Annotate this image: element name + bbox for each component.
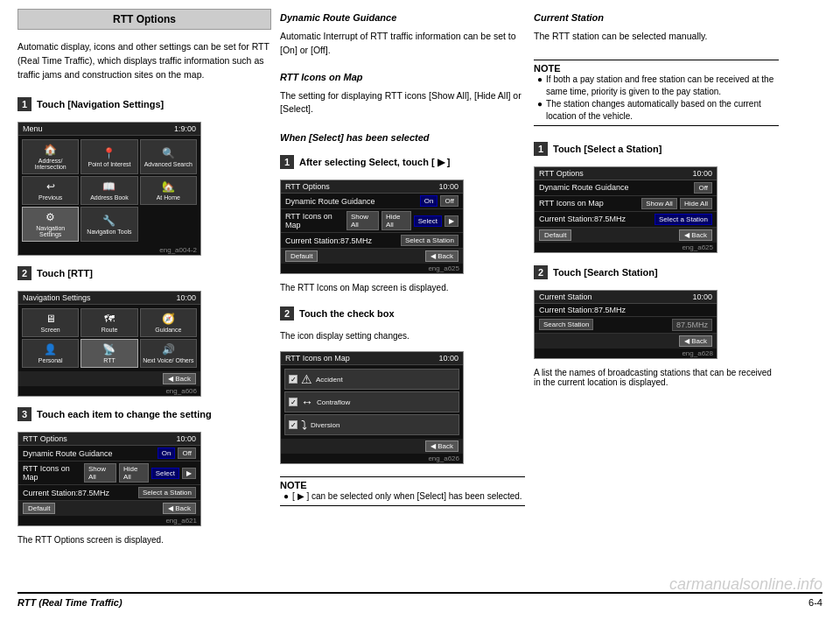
rtt-row-icons-col2: RTT Icons on Map Show All Hide All Selec… <box>281 209 463 233</box>
settings-screen-time: 10:00 <box>176 293 196 302</box>
watermark: carmanualsonline.info <box>669 575 822 594</box>
current-station-title: Current Station <box>539 292 592 301</box>
settings-personal[interactable]: 👤 Personal <box>22 339 79 368</box>
rtt-row-dynamic-col3: Dynamic Route Guidance Off <box>535 180 717 196</box>
rtt-dynamic-btns-col1: On Off <box>158 447 196 459</box>
heading-current: Current Station <box>534 12 779 23</box>
col2-step1-label: After selecting Select, touch [ ▶ ] <box>299 157 450 168</box>
col2-step1-num: 1 <box>280 155 294 169</box>
rtt-map-contraflow: ✓ ↔ Contraflow <box>284 391 459 412</box>
accident-checkbox[interactable]: ✓ <box>289 375 298 384</box>
settings-rtt[interactable]: 📡 RTT <box>80 339 137 368</box>
settings-screen[interactable]: 🖥 Screen <box>22 308 79 337</box>
col3-note-bullet2: ● The station changes automatically base… <box>537 98 779 123</box>
nav-screen-grid: 🏠 Address/ Intersection 📍 Point of Inter… <box>18 136 200 245</box>
nav-item-address[interactable]: 🏠 Address/ Intersection <box>22 139 79 174</box>
rtt-screen-footer-col2: Default ◀ Back <box>281 249 463 264</box>
previous-icon: ↩ <box>46 180 55 193</box>
col2-step2-header: 2 Touch the check box <box>280 306 525 321</box>
rtt-on-btn-col1[interactable]: On <box>158 447 176 459</box>
rtt-default-btn-col1[interactable]: Default <box>23 503 55 514</box>
text-rtt-icons: The setting for displaying RTT icons [Sh… <box>280 89 525 117</box>
rtt-screen-header-col2: RTT Options 10:00 <box>281 180 463 194</box>
section-title: RTT Options <box>18 9 271 30</box>
rtt-select-btn-col2[interactable]: Select <box>414 215 442 227</box>
rtt-screen-footer-col1: Default ◀ Back <box>18 501 200 516</box>
rtt-select-station-col3[interactable]: Select a Station <box>654 214 712 225</box>
col1-caption: The RTT Options screen is displayed. <box>18 535 271 545</box>
diversion-checkbox[interactable]: ✓ <box>289 420 298 429</box>
rtt-showall-btn-col1[interactable]: Show All <box>84 463 116 483</box>
rtt-default-btn-col2[interactable]: Default <box>285 250 318 262</box>
nav-screen-time: 1:9:00 <box>174 124 196 133</box>
rtt-default-btn-col3[interactable]: Default <box>539 229 571 241</box>
rtt-back-btn-col2[interactable]: ◀ Back <box>425 250 458 262</box>
rtt-hideall-btn-col3[interactable]: Hide All <box>680 198 712 209</box>
col2-note-text1: [ ▶ ] can be selected only when [Select]… <box>292 490 522 503</box>
col3-caption: A list the names of broadcasting station… <box>534 368 779 387</box>
rtt-station-label-col3: Current Station:87.5MHz <box>539 215 626 223</box>
rtt-off-btn-col3[interactable]: Off <box>694 182 712 194</box>
nav-item-navsettings[interactable]: ⚙ Navigation Settings <box>22 207 79 242</box>
step1-label: Touch [Navigation Settings] <box>37 99 164 109</box>
contraflow-label: Contraflow <box>317 398 350 406</box>
rtt-back-btn-col3[interactable]: ◀ Back <box>679 229 712 241</box>
rtt-row-icons-col1: RTT Icons on Map Show All Hide All Selec… <box>18 461 200 485</box>
rtt-showall-btn-col3[interactable]: Show All <box>641 198 677 209</box>
rtt-off-btn-col1[interactable]: Off <box>178 447 196 459</box>
rtt-hideall-btn-col2[interactable]: Hide All <box>382 211 411 230</box>
rtt-showall-btn-col2[interactable]: Show All <box>346 211 379 230</box>
settings-back-btn[interactable]: ◀ Back <box>163 373 196 384</box>
col3-note-title: NOTE <box>534 63 561 74</box>
settings-screen-footer: ◀ Back <box>18 371 200 386</box>
rtt-off-btn-col2[interactable]: Off <box>440 195 458 207</box>
rtt-select-station-col2[interactable]: Select a Station <box>401 235 458 246</box>
text-dynamic: Automatic Interrupt of RTT traffic infor… <box>280 30 525 58</box>
current-station-back-btn[interactable]: ◀ Back <box>679 335 712 347</box>
intro-text: Automatic display, icons and other setti… <box>18 40 271 81</box>
current-station-header: Current Station 10:00 <box>535 291 717 304</box>
rtt-select-btn-col1[interactable]: Select <box>151 468 179 479</box>
rtt-dynamic-label-col2: Dynamic Route Guidance <box>285 197 375 206</box>
step3-label: Touch each item to change the setting <box>37 409 212 419</box>
rtt-arrow-btn-col1[interactable]: ▶ <box>182 468 196 479</box>
nav-settings-screen: Navigation Settings 10:00 🖥 Screen 🗺 Rou… <box>18 291 201 397</box>
screen-icon: 🖥 <box>46 313 56 325</box>
rtt-screen-time-col2: 10:00 <box>438 182 458 191</box>
settings-nextvoice[interactable]: 🔊 Next Voice/ Others <box>140 339 197 368</box>
contraflow-checkbox[interactable]: ✓ <box>289 398 298 406</box>
eng-label-7: eng_a628 <box>535 349 717 358</box>
rtt-on-btn-col2[interactable]: On <box>420 195 438 207</box>
rtt-back-btn-col1[interactable]: ◀ Back <box>163 503 196 514</box>
col3-step2-header: 2 Touch [Search Station] <box>534 265 779 279</box>
rtt-station-label-col1: Current Station:87.5MHz <box>23 489 109 497</box>
rtt-select-station-col1[interactable]: Select a Station <box>138 487 196 498</box>
text-current: The RTT station can be selected manually… <box>534 30 779 44</box>
nav-item-addressbook[interactable]: 📖 Address Book <box>80 176 137 205</box>
nav-item-home[interactable]: 🏡 At Home <box>140 176 197 205</box>
rtt-dynamic-label-col3: Dynamic Route Guidance <box>539 183 629 192</box>
settings-route[interactable]: 🗺 Route <box>80 308 137 337</box>
col2-caption1: The RTT Icons on Map screen is displayed… <box>280 283 525 292</box>
search-station-btn[interactable]: Search Station <box>539 319 593 330</box>
rtt-screen-header-col3: RTT Options 10:00 <box>535 167 717 180</box>
nav-item-advanced[interactable]: 🔍 Advanced Search <box>140 139 197 174</box>
col2-step2-num: 2 <box>280 306 294 321</box>
rtt-screen-time-col3: 10:00 <box>692 169 712 178</box>
rtt-map-accident: ✓ ⚠ Accident <box>284 369 459 390</box>
nav-item-tools[interactable]: 🔧 Navigation Tools <box>80 207 137 242</box>
rtt-map-items: ✓ ⚠ Accident ✓ ↔ Contraflow ✓ ⤵ Diversio… <box>281 365 463 439</box>
nav-item-previous[interactable]: ↩ Previous <box>22 176 79 205</box>
eng-label-5: eng_a626 <box>281 454 463 463</box>
current-station-search-row: Search Station 87.5MHz <box>535 317 717 334</box>
rtt-screen-header-col1: RTT Options 10:00 <box>18 433 200 446</box>
rtt-map-back-btn[interactable]: ◀ Back <box>425 440 458 452</box>
rtt-row-icons-col3: RTT Icons on Map Show All Hide All <box>535 196 717 212</box>
rtt-hideall-btn-col1[interactable]: Hide All <box>119 463 149 483</box>
nav-item-poi[interactable]: 📍 Point of Interest <box>80 139 137 174</box>
rtt-dynamic-label-col1: Dynamic Route Guidance <box>23 449 113 458</box>
step3-header: 3 Touch each item to change the setting <box>18 407 271 421</box>
rtt-arrow-col2[interactable]: ▶ <box>444 215 458 227</box>
column-1: RTT Options Automatic display, icons and… <box>18 9 271 587</box>
settings-guidance[interactable]: 🧭 Guidance <box>140 308 197 337</box>
